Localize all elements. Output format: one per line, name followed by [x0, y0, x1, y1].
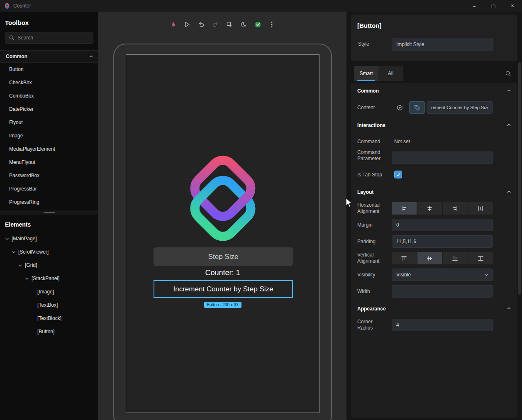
tree-item-stackpanel[interactable]: [StackPanel] — [0, 272, 98, 285]
toolbox-item-button[interactable]: Button — [0, 63, 98, 76]
chevron-up-icon[interactable] — [507, 123, 512, 127]
tree-item-mainpage[interactable]: [MainPage] — [0, 232, 98, 245]
tree-item-label: [TextBox] — [37, 302, 58, 308]
toolbox-section-common[interactable]: Common — [0, 50, 98, 63]
tree-item-label: [ScrollViewer] — [18, 249, 49, 255]
chevron-down-icon — [12, 251, 16, 254]
tree-item-grid[interactable]: [Grid] — [0, 259, 98, 272]
tab-all[interactable]: All — [378, 66, 403, 81]
chevron-down-icon — [5, 237, 9, 240]
chevron-up-icon[interactable] — [507, 89, 512, 92]
properties-header-card: [Button] Style — [351, 15, 517, 61]
minimize-button[interactable]: – — [465, 0, 484, 12]
counter-textblock[interactable]: Counter: 1 — [126, 269, 319, 277]
section-common-title: Common — [357, 88, 379, 94]
tree-item-textbox[interactable]: [TextBox] — [0, 298, 98, 312]
tab-smart-label: Smart — [359, 71, 373, 76]
tree-item-label: [Image] — [37, 289, 54, 295]
play-icon[interactable] — [183, 20, 192, 29]
toolbox-item-mediaplayerelement[interactable]: MediaPlayerElement — [0, 142, 98, 156]
redo-icon[interactable] — [211, 20, 220, 29]
tab-all-label: All — [388, 71, 393, 76]
corner-radius-label: Corner Radius — [357, 319, 389, 331]
tree-item-textblock[interactable]: [TextBlock] — [0, 312, 98, 325]
toolbox-item-checkbox[interactable]: CheckBox — [0, 76, 98, 89]
vertical-alignment-label: Vertical Alignment — [357, 252, 389, 264]
search-input[interactable] — [17, 35, 90, 41]
increment-button[interactable]: Increment Counter by Step Size — [154, 280, 293, 298]
horizontal-alignment-group — [392, 202, 493, 215]
padding-input[interactable] — [392, 235, 493, 248]
toolbox-panel: Toolbox Common Button CheckBox ComboBox … — [0, 12, 98, 420]
toolbox-title: Toolbox — [0, 12, 98, 31]
device-frame: Step Size Counter: 1 Increment Counter b… — [113, 44, 332, 420]
width-input[interactable] — [392, 285, 493, 298]
tree-item-button[interactable]: [Button] — [0, 325, 98, 338]
valign-top-button[interactable] — [392, 252, 417, 264]
valign-center-button[interactable] — [417, 252, 442, 264]
maximize-button[interactable]: ▢ — [484, 0, 503, 12]
status-check-icon[interactable] — [253, 20, 262, 29]
toolbox-item-combobox[interactable]: ComboBox — [0, 89, 98, 103]
design-canvas: Step Size Counter: 1 Increment Counter b… — [98, 12, 346, 420]
toolbox-item-passwordbox[interactable]: PasswordBox — [0, 169, 98, 182]
section-appearance-title: Appearance — [357, 306, 386, 312]
chevron-down-icon — [484, 273, 488, 276]
properties-panel: [Button] Style Smart All Common Content … — [346, 12, 522, 420]
active-tab-underline — [357, 80, 375, 81]
more-kebab-icon[interactable] — [267, 20, 276, 29]
halign-right-button[interactable] — [443, 202, 468, 215]
toolbox-item-datepicker[interactable]: DatePicker — [0, 103, 98, 116]
tab-smart[interactable]: Smart — [354, 66, 378, 81]
canvas-toolbar — [98, 19, 346, 30]
halign-stretch-button[interactable] — [468, 202, 493, 215]
app-logo-icon — [4, 3, 10, 9]
literal-tag-icon[interactable] — [409, 101, 425, 114]
tree-item-image[interactable]: [Image] — [0, 285, 98, 298]
scrollbar-thumb[interactable] — [518, 62, 521, 295]
visibility-select[interactable]: Visible — [392, 269, 493, 281]
toolbox-item-image[interactable]: Image — [0, 129, 98, 142]
window-title: Counter — [13, 3, 31, 9]
halign-left-button[interactable] — [392, 202, 417, 215]
toolbox-item-progressbar[interactable]: ProgressBar — [0, 182, 98, 195]
margin-label: Margin — [357, 222, 389, 228]
close-button[interactable]: ✕ — [503, 0, 522, 12]
tree-item-label: [StackPanel] — [32, 276, 59, 281]
binding-source-icon[interactable] — [392, 101, 407, 114]
valign-stretch-button[interactable] — [468, 252, 493, 264]
command-value: Not set — [394, 139, 410, 145]
tree-item-scrollviewer[interactable]: [ScrollViewer] — [0, 245, 98, 259]
tree-item-label: [MainPage] — [12, 236, 37, 242]
command-label: Command — [357, 139, 389, 145]
toolbox-item-menuflyout[interactable]: MenuFlyout — [0, 156, 98, 169]
valign-bottom-button[interactable] — [443, 252, 468, 264]
undo-icon[interactable] — [197, 20, 206, 29]
vertical-alignment-group — [392, 252, 493, 264]
corner-radius-input[interactable] — [392, 319, 493, 331]
properties-search-button[interactable] — [504, 70, 512, 77]
theme-moon-icon[interactable] — [239, 20, 248, 29]
command-parameter-input[interactable] — [392, 151, 493, 164]
chevron-up-icon[interactable] — [507, 190, 512, 193]
is-tab-stop-checkbox[interactable] — [394, 171, 402, 178]
toolbox-item-progressring[interactable]: ProgressRing — [0, 195, 98, 209]
content-label: Content — [357, 105, 389, 111]
padding-label: Padding — [357, 239, 389, 245]
step-size-textbox[interactable]: Step Size — [154, 247, 293, 266]
hot-design-flame-icon[interactable] — [168, 20, 178, 29]
select-element-icon[interactable] — [225, 20, 234, 29]
toolbox-search[interactable] — [5, 32, 93, 44]
width-label: Width — [357, 288, 389, 295]
chevron-up-icon[interactable] — [507, 307, 512, 310]
halign-center-button[interactable] — [417, 202, 442, 215]
device-screen: Step Size Counter: 1 Increment Counter b… — [126, 54, 320, 413]
content-input[interactable] — [427, 101, 493, 114]
uno-logo-image[interactable] — [177, 153, 268, 244]
style-label: Style — [358, 41, 369, 47]
margin-input[interactable] — [392, 219, 493, 231]
style-input[interactable] — [392, 38, 493, 51]
panel-splitter[interactable] — [0, 210, 98, 215]
toolbox-item-flyout[interactable]: Flyout — [0, 116, 98, 129]
chevron-down-icon — [18, 264, 22, 267]
